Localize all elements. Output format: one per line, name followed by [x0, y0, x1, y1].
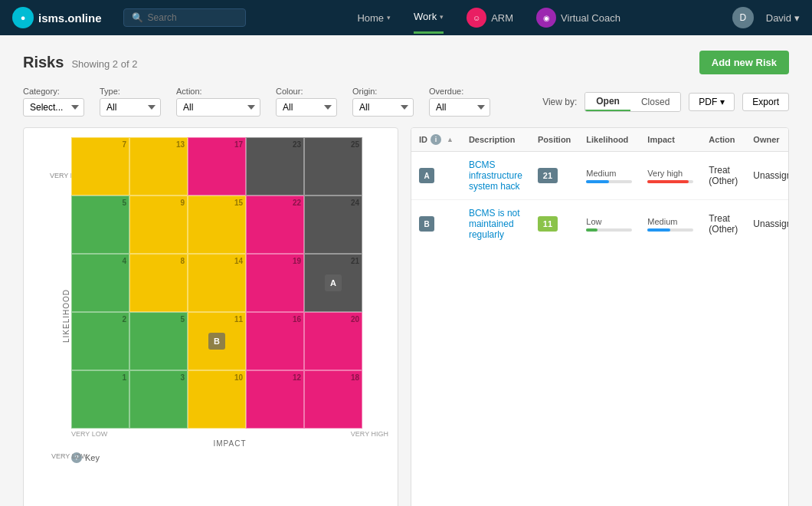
- vc-label: Virtual Coach: [561, 12, 620, 24]
- export-button[interactable]: Export: [742, 93, 789, 111]
- id-badge-1: B: [419, 216, 434, 232]
- user-arrow: ▾: [794, 12, 800, 24]
- description-link-1[interactable]: BCMS is not maintained regularly: [469, 208, 520, 240]
- impact-bar-fill-0: [647, 180, 689, 183]
- nav-arm[interactable]: ☺ ARM: [467, 8, 513, 28]
- th-position: Position: [530, 128, 578, 152]
- showing-count: Showing 2 of 2: [71, 58, 137, 70]
- cell-owner-0: Unassigned: [745, 152, 789, 200]
- navbar: ● isms.online 🔍 Home ▾ Work ▾ ☺ ARM ◉ Vi…: [0, 0, 812, 35]
- logo-icon: ●: [12, 7, 34, 28]
- cell-id-1: B: [411, 200, 461, 248]
- cell-action-0: Treat (Other): [701, 152, 745, 200]
- matrix-cell-0-0: 7: [71, 137, 129, 196]
- matrix-cell-1-3: 22: [246, 196, 304, 254]
- filter-category: Category: Select...: [23, 87, 84, 117]
- impact-bar-fill-1: [647, 228, 670, 232]
- matrix-cell-4-3: 12: [246, 370, 304, 429]
- x-very-high: VERY HIGH: [351, 430, 388, 438]
- nav-work-label: Work: [414, 11, 437, 22]
- risk-table: ID i ▲ Description Position Likelihood I…: [411, 128, 789, 248]
- colour-select[interactable]: All: [276, 98, 337, 117]
- filters-row: Category: Select... Type: All Action: Al…: [23, 87, 789, 117]
- filter-overdue: Overdue: All: [429, 87, 490, 117]
- cell-action-1: Treat (Other): [701, 200, 745, 248]
- filter-action: Action: All: [176, 87, 260, 117]
- id-sort-icon[interactable]: ▲: [447, 136, 453, 143]
- action-select[interactable]: All: [176, 98, 260, 117]
- logo: ● isms.online: [12, 7, 102, 28]
- cell-likelihood-0: Medium: [578, 152, 640, 200]
- id-info-icon[interactable]: i: [431, 134, 441, 145]
- likelihood-bar-track-1: [586, 228, 632, 232]
- origin-select[interactable]: All: [352, 98, 414, 117]
- table-header: ID i ▲ Description Position Likelihood I…: [411, 128, 789, 152]
- user-name: David: [766, 12, 791, 24]
- matrix-cell-0-4: 25: [304, 137, 362, 196]
- matrix-cell-3-4: 20: [304, 312, 362, 370]
- matrix-cell-0-3: 23: [246, 137, 304, 196]
- view-export-area: View by: Open Closed PDF ▾ Export: [542, 92, 789, 112]
- logo-text: isms.online: [38, 12, 102, 25]
- add-risk-button[interactable]: Add new Risk: [699, 51, 789, 74]
- avatar: D: [732, 7, 754, 28]
- vc-icon: ◉: [536, 8, 556, 28]
- search-icon: 🔍: [132, 12, 143, 23]
- arm-icon-text: ☺: [473, 14, 480, 22]
- overdue-label: Overdue:: [429, 87, 490, 96]
- matrix-cell-1-2: 15: [188, 196, 246, 254]
- th-owner: Owner: [745, 128, 789, 152]
- cell-description-1: BCMS is not maintained regularly: [461, 200, 530, 248]
- likelihood-bar-track-0: [586, 180, 632, 183]
- pdf-button[interactable]: PDF ▾: [689, 93, 735, 111]
- table-row: B BCMS is not maintained regularly 11 Lo…: [411, 200, 789, 248]
- cell-description-0: BCMS infrastructure system hack: [461, 152, 530, 200]
- arm-icon: ☺: [467, 8, 486, 28]
- cell-owner-1: Unassigned: [745, 200, 789, 248]
- th-id: ID i ▲: [411, 128, 461, 152]
- key-link[interactable]: ? Key: [71, 452, 388, 463]
- overdue-select[interactable]: All: [429, 98, 490, 117]
- search-input[interactable]: [148, 12, 240, 23]
- x-axis-labels: VERY LOW VERY HIGH: [71, 430, 388, 438]
- page-title: Risks: [23, 54, 64, 71]
- matrix-cell-4-0: 1: [71, 370, 129, 429]
- matrix-cell-3-0: 2: [71, 312, 129, 370]
- nav-home[interactable]: Home ▾: [357, 3, 391, 33]
- description-link-0[interactable]: BCMS infrastructure system hack: [469, 159, 522, 192]
- th-impact: Impact: [640, 128, 701, 152]
- pdf-arrow-icon: ▾: [720, 97, 725, 107]
- table-header-row: ID i ▲ Description Position Likelihood I…: [411, 128, 789, 152]
- matrix-cell-2-2: 14: [188, 254, 246, 312]
- search-box[interactable]: 🔍: [123, 8, 246, 27]
- nav-virtual-coach[interactable]: ◉ Virtual Coach: [536, 8, 620, 28]
- user-label[interactable]: David ▾: [766, 12, 800, 24]
- view-closed-button[interactable]: Closed: [630, 93, 680, 111]
- risk-table-container: ID i ▲ Description Position Likelihood I…: [411, 127, 789, 506]
- nav-home-arrow: ▾: [387, 14, 391, 21]
- matrix-cell-2-1: 8: [129, 254, 188, 312]
- th-id-label: ID: [419, 135, 427, 144]
- view-toggle: Open Closed: [584, 92, 681, 112]
- nav-links: Home ▾ Work ▾ ☺ ARM ◉ Virtual Coach: [261, 2, 717, 34]
- arm-label: ARM: [491, 12, 513, 24]
- marker-B: B: [208, 333, 225, 350]
- nav-right: D David ▾: [732, 7, 800, 28]
- origin-label: Origin:: [352, 87, 414, 96]
- matrix-cell-1-1: 9: [129, 196, 188, 254]
- x-axis-label: IMPACT: [71, 439, 388, 448]
- nav-work[interactable]: Work ▾: [414, 2, 444, 34]
- position-badge-0: 21: [538, 168, 558, 183]
- type-select[interactable]: All: [100, 98, 161, 117]
- category-select[interactable]: Select...: [23, 98, 84, 117]
- matrix-cell-0-2: 17: [188, 137, 246, 196]
- view-open-button[interactable]: Open: [585, 93, 630, 111]
- likelihood-value-0: Medium: [586, 169, 632, 178]
- vc-icon-text: ◉: [543, 14, 550, 22]
- impact-bar-track-0: [647, 180, 693, 183]
- cell-position-1: 11: [530, 200, 578, 248]
- th-likelihood: Likelihood: [578, 128, 640, 152]
- nav-work-arrow: ▾: [440, 13, 444, 21]
- cell-impact-1: Medium: [640, 200, 701, 248]
- matrix-cell-0-1: 13: [129, 137, 188, 196]
